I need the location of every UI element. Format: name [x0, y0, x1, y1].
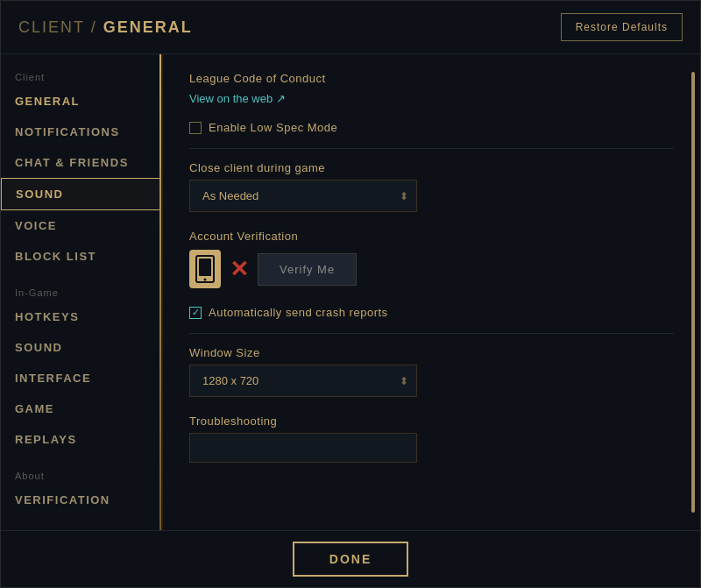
window-size-section: Window Size 1280 x 720 1920 x 1080 2560 … [189, 346, 674, 397]
sidebar-item-voice[interactable]: VOICE [1, 210, 161, 241]
window-size-label: Window Size [189, 346, 674, 359]
low-spec-row: Enable Low Spec Mode [189, 121, 674, 134]
page-title: CLIENT / GENERAL [18, 18, 193, 37]
troubleshooting-section: Troubleshooting [189, 414, 674, 463]
sidebar-section-ingame: In-Game [1, 280, 161, 301]
verify-row: ✕ Verify Me [189, 250, 674, 288]
sidebar-item-replays[interactable]: REPLAYS [1, 424, 161, 455]
sidebar-item-game[interactable]: GAME [1, 393, 161, 424]
footer: DONE [1, 530, 700, 587]
restore-defaults-button[interactable]: Restore Defaults [561, 13, 683, 41]
sidebar-item-hotkeys[interactable]: HOTKEYS [1, 301, 161, 332]
sidebar-item-chat-friends[interactable]: CHAT & FRIENDS [1, 147, 161, 178]
svg-point-2 [204, 279, 207, 281]
sidebar-section-client: Client [1, 65, 161, 86]
close-client-dropdown[interactable]: As Needed Always Never [189, 180, 417, 212]
x-icon: ✕ [230, 258, 249, 280]
sidebar-item-interface[interactable]: INTERFACE [1, 363, 161, 393]
league-code-section: League Code of Conduct View on the web ↗ [189, 72, 674, 117]
sidebar: Client GENERAL NOTIFICATIONS CHAT & FRIE… [1, 54, 163, 530]
close-client-section: Close client during game As Needed Alway… [189, 161, 674, 212]
divider-2 [189, 333, 674, 334]
main-layout: Client GENERAL NOTIFICATIONS CHAT & FRIE… [1, 54, 700, 530]
account-verification-label: Account Verification [189, 230, 674, 243]
sidebar-item-block-list[interactable]: BLOCK LIST [1, 241, 161, 272]
phone-icon [189, 250, 221, 288]
auto-crash-label: Automatically send crash reports [209, 306, 388, 319]
troubleshooting-box [189, 433, 417, 463]
verify-me-button[interactable]: Verify Me [258, 253, 357, 286]
low-spec-checkbox[interactable] [189, 122, 202, 134]
low-spec-label: Enable Low Spec Mode [209, 121, 337, 134]
content-area: League Code of Conduct View on the web ↗… [163, 54, 700, 530]
sidebar-item-notifications[interactable]: NOTIFICATIONS [1, 117, 161, 147]
close-client-dropdown-wrapper: As Needed Always Never ⬍ [189, 180, 417, 212]
sidebar-item-verification[interactable]: VERIFICATION [1, 485, 161, 515]
troubleshooting-label: Troubleshooting [189, 414, 674, 428]
sidebar-item-sound-client[interactable]: SOUND [1, 178, 161, 210]
sidebar-section-about: About [1, 464, 161, 485]
app-container: CLIENT / GENERAL Restore Defaults Client… [0, 0, 701, 588]
close-client-label: Close client during game [189, 161, 674, 174]
header: CLIENT / GENERAL Restore Defaults [1, 1, 700, 54]
scrollbar-indicator [691, 72, 695, 513]
divider-1 [189, 148, 674, 149]
sidebar-item-general[interactable]: GENERAL [1, 86, 161, 117]
done-button[interactable]: DONE [293, 542, 408, 577]
auto-crash-checkbox[interactable] [189, 307, 202, 319]
sidebar-item-sound-ingame[interactable]: SOUND [1, 332, 161, 363]
view-on-web-link[interactable]: View on the web ↗ [189, 92, 286, 105]
window-size-dropdown-wrapper: 1280 x 720 1920 x 1080 2560 x 1440 ⬍ [189, 365, 417, 397]
league-code-label: League Code of Conduct [189, 72, 674, 85]
window-size-dropdown[interactable]: 1280 x 720 1920 x 1080 2560 x 1440 [189, 365, 417, 397]
title-general-part: GENERAL [103, 18, 193, 36]
svg-rect-1 [199, 259, 211, 276]
title-client-part: CLIENT / [18, 18, 103, 36]
auto-crash-row: Automatically send crash reports [189, 306, 674, 319]
account-verification-section: Account Verification ✕ Verify Me [189, 230, 674, 288]
